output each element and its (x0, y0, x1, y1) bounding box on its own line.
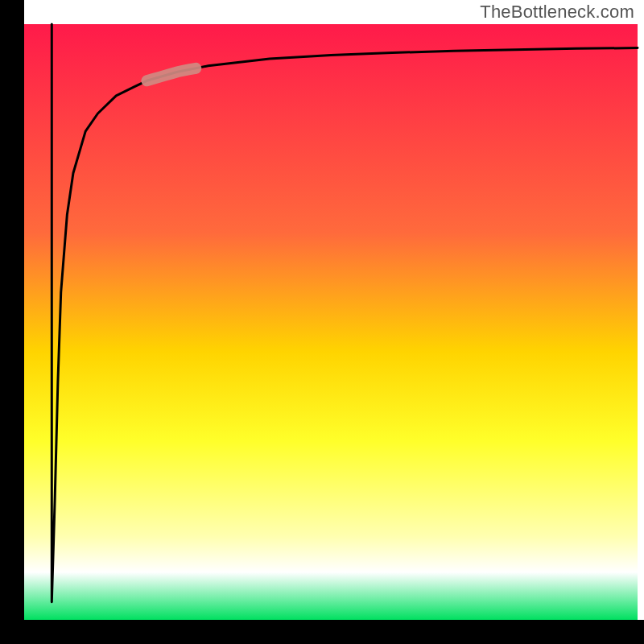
chart-container: TheBottleneck.com (0, 0, 644, 644)
plot-background (24, 24, 638, 620)
chart-svg (0, 0, 644, 644)
watermark-text: TheBottleneck.com (480, 2, 634, 23)
y-axis (0, 0, 24, 644)
x-axis (0, 620, 644, 644)
